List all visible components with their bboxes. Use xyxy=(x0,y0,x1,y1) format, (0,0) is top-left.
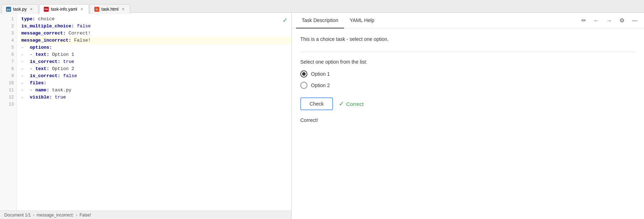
pencil-icon-btn[interactable]: ✏ xyxy=(579,16,588,26)
val-visible: true xyxy=(55,95,66,100)
gear-icon-btn[interactable]: ⚙ xyxy=(617,16,627,26)
divider xyxy=(300,52,635,52)
tab-task-info-yaml-close[interactable]: × xyxy=(79,7,84,12)
tab-bar: py task.py × YML task-info.yaml × H task… xyxy=(0,0,644,13)
fold-7: ⌐ xyxy=(21,58,27,65)
tab-task-description[interactable]: Task Description xyxy=(296,13,344,28)
right-header: Task Description YAML Help ✏ ← → ⚙ xyxy=(292,13,644,28)
status-breadcrumb1: message_incorrect: xyxy=(37,213,74,218)
line-number-8: 8 xyxy=(0,65,17,73)
line-number-4: 4 xyxy=(0,37,17,44)
option-1-radio-inner xyxy=(302,72,306,76)
tab-task-description-label: Task Description xyxy=(302,17,338,23)
main-area: 1 2 3 4 5 6 7 8 9 10 11 12 13 ✓ type: ch… xyxy=(0,13,644,219)
status-chevron-1: › xyxy=(33,213,35,218)
fold-5: ⌐ xyxy=(21,44,27,51)
code-line-5: ⌐ options: xyxy=(21,44,291,51)
val-is-multiple: false xyxy=(77,23,91,29)
code-line-3: message_correct: Correct! xyxy=(21,30,291,37)
kw-visible: visible: xyxy=(30,95,52,100)
code-line-12: ⌐ visible: true xyxy=(21,94,291,101)
code-line-4: message_incorrect: False! xyxy=(21,37,291,44)
kw-iscorrect-1: is_correct: xyxy=(30,59,60,64)
gear-icon: ⚙ xyxy=(619,17,624,24)
line-number-2: 2 xyxy=(0,23,17,30)
back-icon: ← xyxy=(593,17,599,24)
check-button[interactable]: Check xyxy=(300,97,333,110)
option-2-label: Option 2 xyxy=(311,82,330,88)
fold-12: ⌐ xyxy=(21,94,27,101)
kw-files: files: xyxy=(30,80,47,86)
pencil-icon: ✏ xyxy=(581,17,586,24)
right-content: This is a choice task - select one optio… xyxy=(292,28,644,219)
code-line-8: ⌐ - text: Option 2 xyxy=(21,65,291,73)
option-2-item[interactable]: Option 2 xyxy=(300,82,635,89)
py-icon: py xyxy=(6,7,11,12)
line-number-12: 12 xyxy=(0,94,17,101)
line-number-5: 5 xyxy=(0,44,17,51)
code-line-9: ⌐ is_correct: false xyxy=(21,73,291,80)
forward-icon: → xyxy=(606,17,612,24)
line-number-3: 3 xyxy=(0,30,17,37)
option-2-radio[interactable] xyxy=(300,82,307,89)
code-line-6: ⌐ - text: Option 1 xyxy=(21,51,291,58)
right-panel: Task Description YAML Help ✏ ← → ⚙ xyxy=(292,13,644,219)
kw-options: options: xyxy=(30,45,52,50)
code-line-13 xyxy=(21,101,291,108)
code-line-1: type: choice xyxy=(21,16,291,23)
code-content[interactable]: ✓ type: choice is_multiple_choice: false… xyxy=(17,13,291,210)
kw-name: name: xyxy=(35,87,49,93)
line-number-7: 7 xyxy=(0,58,17,65)
val-type: choice xyxy=(38,16,55,22)
correct-label: ✓ Correct xyxy=(339,100,364,108)
correct-label-text: Correct xyxy=(346,101,364,107)
kw-msg-correct: message_correct: xyxy=(21,31,66,36)
correct-checkmark-icon: ✓ xyxy=(339,100,344,108)
val-iscorrect-1: true xyxy=(63,59,74,64)
tab-yaml-help[interactable]: YAML Help xyxy=(344,13,380,28)
val-msg-correct: Correct! xyxy=(69,31,91,36)
val-line6: - xyxy=(30,52,36,57)
minus-icon: — xyxy=(632,17,638,24)
line-number-10: 10 xyxy=(0,80,17,87)
val-msg-incorrect: False! xyxy=(74,38,91,43)
val-line11: - xyxy=(30,87,36,93)
status-doc: Document 1/1 xyxy=(4,213,31,218)
line-number-9: 9 xyxy=(0,73,17,80)
status-chevron-2: › xyxy=(76,213,77,218)
options-list: Option 1 Option 2 xyxy=(300,70,635,89)
option-1-label: Option 1 xyxy=(311,71,330,77)
val-text-2: Option 2 xyxy=(52,66,74,71)
tab-task-info-yaml-label: task-info.yaml xyxy=(51,7,77,12)
fold-10: ⌐ xyxy=(21,80,27,87)
val-text-1: Option 1 xyxy=(52,52,74,57)
minus-icon-btn[interactable]: — xyxy=(630,16,640,26)
tab-task-py-close[interactable]: × xyxy=(29,7,34,12)
option-1-item[interactable]: Option 1 xyxy=(300,70,635,78)
line-number-11: 11 xyxy=(0,87,17,94)
status-breadcrumb2: False! xyxy=(79,213,91,218)
kw-msg-incorrect: message_incorrect: xyxy=(21,38,71,43)
fold-8: ⌐ xyxy=(21,65,27,73)
fold-6a: ⌐ xyxy=(21,51,27,58)
code-line-7: ⌐ is_correct: true xyxy=(21,58,291,65)
fold-9: ⌐ xyxy=(21,73,27,80)
line-number-13: 13 xyxy=(0,101,17,108)
kw-iscorrect-2: is_correct: xyxy=(30,73,60,79)
line-number-1: 1 xyxy=(0,16,17,23)
forward-icon-btn[interactable]: → xyxy=(604,16,614,26)
back-icon-btn[interactable]: ← xyxy=(591,16,601,26)
check-row: Check ✓ Correct xyxy=(300,97,635,110)
line-number-6: 6 xyxy=(0,51,17,58)
val-line8: - xyxy=(30,66,36,71)
tab-task-html-close[interactable]: × xyxy=(121,7,126,12)
select-prompt: Select one option from the list: xyxy=(300,59,635,65)
option-1-radio[interactable] xyxy=(300,70,307,78)
code-line-10: ⌐ files: xyxy=(21,80,291,87)
kw-is-multiple: is_multiple_choice: xyxy=(21,23,74,29)
tab-task-html-label: task.html xyxy=(101,7,118,12)
code-line-11: ⌐ - name: task.py xyxy=(21,87,291,94)
correct-message: Correct! xyxy=(300,117,635,123)
code-area[interactable]: 1 2 3 4 5 6 7 8 9 10 11 12 13 ✓ type: ch… xyxy=(0,13,291,210)
val-iscorrect-2: false xyxy=(63,73,77,79)
